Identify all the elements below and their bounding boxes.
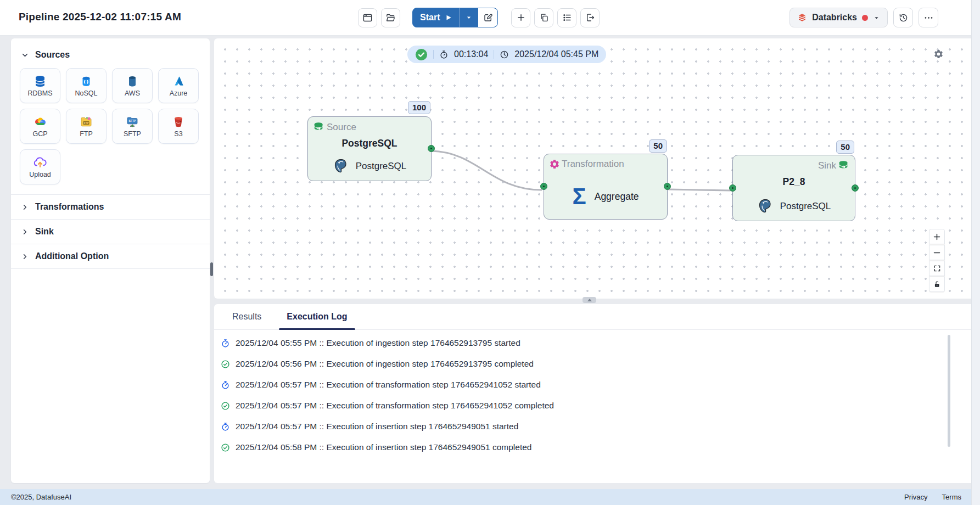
additional-option-section-label: Additional Option bbox=[35, 251, 109, 261]
source-node[interactable]: 100 Source PostgreSQL PostgreSQL bbox=[307, 116, 432, 181]
more-options-button[interactable] bbox=[919, 8, 938, 27]
panel-tabs: Results Execution Log bbox=[214, 304, 980, 330]
new-window-button[interactable] bbox=[358, 8, 377, 27]
log-entry: 2025/12/04 05:56 PM :: Execution of inge… bbox=[221, 354, 980, 374]
s3-bucket-icon bbox=[172, 115, 185, 128]
start-button-group: Start bbox=[412, 8, 498, 27]
sidebar-collapse-handle[interactable] bbox=[210, 262, 213, 276]
chevron-down-icon bbox=[465, 14, 473, 21]
aws-database-icon bbox=[126, 75, 139, 88]
source-tile-azure[interactable]: Azure bbox=[158, 68, 199, 103]
privacy-link[interactable]: Privacy bbox=[904, 493, 928, 501]
source-tile-sftp[interactable]: SFTP SFTP bbox=[112, 109, 153, 144]
source-tile-gcp[interactable]: GCP bbox=[20, 109, 60, 144]
zoom-in-button[interactable] bbox=[929, 229, 945, 244]
duration-stopwatch-icon bbox=[439, 50, 449, 59]
start-button[interactable]: Start bbox=[413, 8, 460, 27]
environment-label: Databricks bbox=[812, 13, 857, 23]
svg-text:SFTP: SFTP bbox=[129, 119, 136, 122]
source-tile-s3[interactable]: S3 bbox=[158, 109, 199, 144]
source-tile-upload[interactable]: Upload bbox=[20, 149, 60, 184]
canvas-zoom-controls bbox=[929, 229, 945, 292]
results-log-panel: Results Execution Log 2025/12/04 05:55 P… bbox=[214, 304, 980, 483]
rdbms-database-icon bbox=[33, 75, 47, 88]
source-tile-aws[interactable]: AWS bbox=[112, 68, 153, 103]
fit-view-button[interactable] bbox=[929, 261, 945, 276]
divider bbox=[494, 50, 494, 59]
zoom-out-button[interactable] bbox=[929, 245, 945, 260]
databricks-icon bbox=[797, 13, 807, 23]
edit-pipeline-button[interactable] bbox=[478, 8, 497, 27]
folder-open-icon bbox=[385, 13, 396, 23]
run-duration: 00:13:04 bbox=[454, 49, 488, 59]
node-title: Aggregate bbox=[595, 191, 639, 203]
output-port[interactable] bbox=[852, 184, 859, 192]
open-pipeline-button[interactable] bbox=[381, 8, 400, 27]
canvas-settings-gear-icon[interactable] bbox=[933, 49, 944, 59]
list-view-button[interactable] bbox=[557, 8, 576, 27]
sources-section-label: Sources bbox=[35, 50, 70, 60]
additional-option-section-header[interactable]: Additional Option bbox=[11, 244, 210, 269]
app-header: Pipeline 2025-12-02 11:07:15 AM Start bbox=[0, 0, 980, 35]
tile-label: NoSQL bbox=[75, 89, 98, 97]
history-button[interactable] bbox=[893, 8, 913, 27]
log-text: 2025/12/04 05:55 PM :: Execution of inge… bbox=[236, 338, 520, 348]
add-node-button[interactable] bbox=[511, 8, 530, 27]
transformation-node[interactable]: 50 Transformation Σ Aggregate bbox=[544, 154, 668, 220]
chevron-right-icon bbox=[21, 228, 29, 236]
start-options-dropdown[interactable] bbox=[460, 8, 478, 27]
source-tiles-grid: RDBMS NoSQL AWS Azure GCP FTP FTP SFTP S… bbox=[11, 66, 210, 194]
transformations-section-label: Transformations bbox=[35, 202, 104, 212]
pipeline-canvas[interactable]: 00:13:04 2025/12/04 05:45 PM 100 Source … bbox=[214, 38, 980, 299]
postgresql-icon bbox=[333, 158, 350, 175]
export-button[interactable] bbox=[580, 8, 600, 27]
tab-results[interactable]: Results bbox=[227, 304, 267, 329]
tile-label: FTP bbox=[80, 130, 93, 138]
input-port[interactable] bbox=[540, 183, 547, 190]
transformations-section-header[interactable]: Transformations bbox=[11, 194, 210, 219]
sigma-icon: Σ bbox=[573, 185, 586, 208]
divider bbox=[433, 50, 434, 59]
postgresql-icon bbox=[757, 198, 774, 215]
log-entry: 2025/12/04 05:57 PM :: Execution of tran… bbox=[221, 374, 980, 395]
run-status-bar: 00:13:04 2025/12/04 05:45 PM bbox=[407, 46, 606, 63]
terms-link[interactable]: Terms bbox=[942, 493, 961, 501]
source-tile-ftp[interactable]: FTP FTP bbox=[66, 109, 107, 144]
lock-toggle-button[interactable] bbox=[929, 277, 945, 292]
sources-section-header[interactable]: Sources bbox=[11, 38, 210, 66]
output-port[interactable] bbox=[428, 145, 435, 152]
sink-node[interactable]: 50 Sink P2_8 PostgreSQL bbox=[732, 155, 855, 221]
log-entry: 2025/12/04 05:57 PM :: Execution of inse… bbox=[221, 416, 980, 437]
chevron-down-icon bbox=[21, 51, 29, 59]
tile-label: AWS bbox=[125, 89, 140, 97]
completed-check-icon bbox=[221, 443, 230, 452]
row-count-badge: 50 bbox=[836, 141, 854, 154]
log-scrollbar-thumb[interactable] bbox=[948, 335, 950, 447]
log-text: 2025/12/04 05:56 PM :: Execution of inge… bbox=[236, 359, 534, 369]
source-tile-rdbms[interactable]: RDBMS bbox=[20, 68, 60, 103]
log-text: 2025/12/04 05:57 PM :: Execution of inse… bbox=[236, 422, 518, 431]
duplicate-button[interactable] bbox=[534, 8, 553, 27]
node-kind-row: Transformation bbox=[549, 159, 624, 170]
input-port[interactable] bbox=[729, 184, 736, 192]
node-engine-label: PostgreSQL bbox=[356, 161, 407, 172]
log-text: 2025/12/04 05:57 PM :: Execution of tran… bbox=[236, 380, 541, 390]
node-engine-row: PostgreSQL bbox=[733, 198, 855, 215]
log-text: 2025/12/04 05:57 PM :: Execution of tran… bbox=[236, 401, 554, 411]
tile-label: SFTP bbox=[124, 130, 141, 138]
tile-label: Azure bbox=[170, 89, 188, 97]
completed-check-icon bbox=[221, 360, 230, 369]
output-port[interactable] bbox=[664, 183, 671, 190]
chevron-right-icon bbox=[21, 203, 29, 211]
transformation-body: Σ Aggregate bbox=[544, 179, 667, 214]
page-scrollbar-track[interactable] bbox=[971, 0, 980, 505]
source-tile-nosql[interactable]: NoSQL bbox=[66, 68, 107, 103]
tab-execution-log[interactable]: Execution Log bbox=[281, 304, 352, 329]
panel-resize-handle[interactable] bbox=[583, 297, 596, 303]
footer-links: Privacy Terms bbox=[904, 493, 961, 501]
sink-section-header[interactable]: Sink bbox=[11, 219, 210, 244]
node-kind-row: Sink bbox=[818, 160, 850, 172]
environment-dropdown[interactable]: Databricks bbox=[789, 8, 888, 27]
sink-database-icon bbox=[838, 160, 850, 172]
tile-label: S3 bbox=[174, 130, 182, 138]
